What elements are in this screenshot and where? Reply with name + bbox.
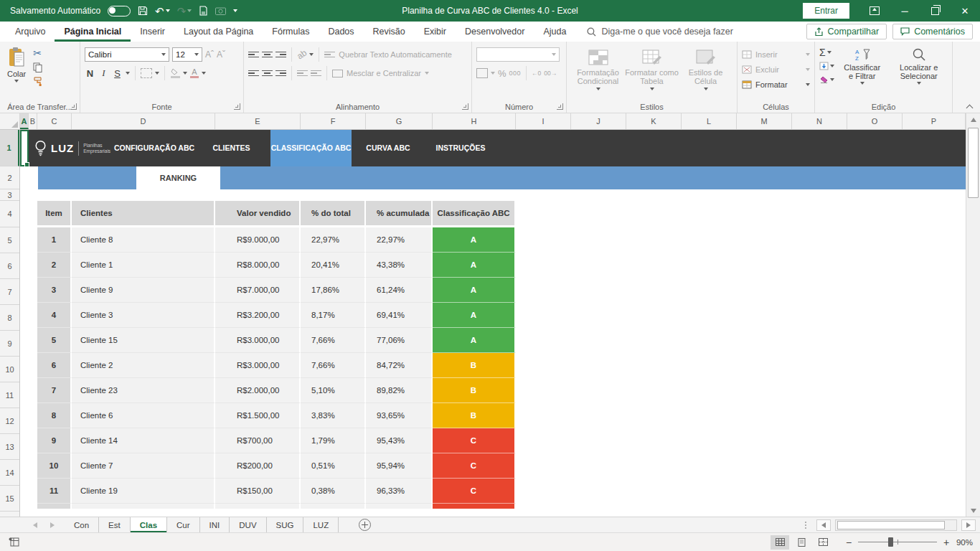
- abc-class-badge[interactable]: [433, 504, 516, 509]
- zoom-slider[interactable]: [858, 542, 937, 542]
- pct-total-cell[interactable]: 1,79%: [301, 428, 366, 453]
- font-name-combo[interactable]: Calibri: [85, 47, 169, 62]
- pct-total-cell[interactable]: 5,10%: [301, 378, 366, 403]
- underline-button[interactable]: S: [112, 68, 123, 79]
- item-cell[interactable]: 4: [37, 303, 72, 328]
- cut-icon[interactable]: ✂: [33, 47, 44, 60]
- vertical-scroll-thumb[interactable]: [968, 128, 979, 198]
- horizontal-scroll-thumb[interactable]: [837, 521, 945, 529]
- conditional-formatting-button[interactable]: Formatação Condicional: [571, 46, 625, 100]
- comments-button[interactable]: Comentários: [892, 24, 973, 39]
- row-header-5[interactable]: 5: [0, 227, 19, 253]
- pct-accum-cell[interactable]: 93,65%: [366, 403, 433, 428]
- scroll-left-icon[interactable]: [816, 519, 831, 531]
- column-header-g[interactable]: G: [366, 113, 433, 129]
- menu-tab-desenvolvedor[interactable]: Desenvolvedor: [456, 22, 534, 42]
- subtab-ranking[interactable]: RANKING: [136, 166, 220, 189]
- client-cell[interactable]: Cliente 3: [72, 303, 215, 328]
- sheet-tab-con[interactable]: Con: [65, 517, 99, 532]
- pct-accum-cell[interactable]: 96,33%: [366, 479, 433, 504]
- sheet-tab-clas[interactable]: Clas: [131, 517, 167, 532]
- row-header-8[interactable]: 8: [0, 305, 19, 331]
- sheet-tab-est[interactable]: Est: [99, 517, 131, 532]
- item-cell[interactable]: 7: [37, 378, 72, 403]
- value-cell[interactable]: R$1.500,00: [215, 403, 301, 428]
- number-format-combo[interactable]: [476, 47, 560, 62]
- item-cell[interactable]: 3: [37, 278, 72, 303]
- item-cell[interactable]: 2: [37, 253, 72, 278]
- decrease-decimal-button[interactable]: 00→: [544, 70, 557, 77]
- item-cell[interactable]: 5: [37, 328, 72, 353]
- pct-total-cell[interactable]: 17,86%: [301, 278, 366, 303]
- row-header-14[interactable]: 14: [0, 460, 19, 486]
- zoom-in-icon[interactable]: +: [943, 537, 950, 548]
- column-header-o[interactable]: O: [847, 113, 903, 129]
- pct-total-cell[interactable]: 0,51%: [301, 453, 366, 479]
- pct-accum-cell[interactable]: 69,41%: [366, 303, 433, 328]
- page-layout-view-button[interactable]: [792, 535, 811, 550]
- item-cell[interactable]: 9: [37, 428, 72, 453]
- selected-cell-a1[interactable]: [20, 130, 29, 166]
- abc-class-badge[interactable]: B: [433, 353, 516, 378]
- client-cell[interactable]: Cliente 23: [72, 378, 215, 403]
- client-cell[interactable]: Cliente 19: [72, 479, 215, 504]
- abc-class-badge[interactable]: A: [433, 227, 516, 253]
- column-header-l[interactable]: L: [682, 113, 737, 129]
- collapse-ribbon-icon[interactable]: [967, 103, 973, 109]
- save-icon[interactable]: [138, 6, 148, 16]
- menu-tab-exibir[interactable]: Exibir: [415, 22, 456, 42]
- autosum-button[interactable]: Σ: [819, 46, 834, 59]
- row-header-15[interactable]: 15: [0, 486, 19, 512]
- pct-total-cell[interactable]: 7,66%: [301, 328, 366, 353]
- abc-class-badge[interactable]: A: [433, 278, 516, 303]
- align-top-icon[interactable]: [248, 52, 259, 58]
- alignment-dialog-launcher-icon[interactable]: [462, 103, 468, 110]
- cell-styles-button[interactable]: Estilos de Célula: [679, 46, 732, 100]
- client-cell[interactable]: Cliente 14: [72, 428, 215, 453]
- value-cell[interactable]: R$3.000,00: [215, 328, 301, 353]
- scroll-down-icon[interactable]: [966, 504, 980, 517]
- underline-dropdown-icon[interactable]: [126, 72, 130, 75]
- sheet-tab-cur[interactable]: Cur: [167, 517, 200, 532]
- pct-total-cell[interactable]: 7,66%: [301, 353, 366, 378]
- row-header-2[interactable]: 2: [0, 166, 19, 189]
- nav-tab-configuracao-abc[interactable]: CONFIGURAÇÃO ABC: [108, 130, 201, 166]
- column-header-f[interactable]: F: [301, 113, 366, 129]
- row-header-6[interactable]: 6: [0, 253, 19, 279]
- abc-class-badge[interactable]: A: [433, 328, 516, 353]
- value-cell[interactable]: R$150,00: [215, 479, 301, 504]
- column-header-m[interactable]: M: [737, 113, 792, 129]
- font-size-combo[interactable]: 12: [172, 47, 202, 62]
- fill-color-icon[interactable]: [170, 68, 180, 78]
- client-cell[interactable]: Cliente 2: [72, 353, 215, 378]
- column-header-p[interactable]: P: [903, 113, 966, 129]
- value-cell[interactable]: R$200,00: [215, 453, 301, 479]
- column-header-h[interactable]: H: [433, 113, 516, 129]
- value-cell[interactable]: R$9.000,00: [215, 227, 301, 253]
- sheet-canvas[interactable]: LUZ PlanilhasEmpresariais CONFIGURAÇÃO A…: [20, 130, 966, 517]
- align-right-icon[interactable]: [275, 70, 286, 77]
- nav-tab-classificacao-abc[interactable]: CLASSIFICAÇÃO ABC: [270, 130, 352, 166]
- shrink-font-button[interactable]: Aˇ: [217, 50, 225, 60]
- close-button[interactable]: ✕: [950, 0, 980, 22]
- value-cell[interactable]: R$2.000,00: [215, 378, 301, 403]
- normal-view-button[interactable]: [771, 535, 789, 550]
- autosave-toggle[interactable]: [108, 6, 131, 17]
- pct-accum-cell[interactable]: 61,24%: [366, 278, 433, 303]
- abc-class-badge[interactable]: B: [433, 378, 516, 403]
- fill-button[interactable]: [819, 60, 834, 72]
- nav-tab-curva-abc[interactable]: CURVA ABC: [356, 130, 420, 166]
- abc-class-badge[interactable]: A: [433, 303, 516, 328]
- copy-icon[interactable]: [33, 61, 44, 74]
- client-cell[interactable]: Cliente 7: [72, 453, 215, 479]
- clipboard-dialog-launcher-icon[interactable]: [70, 103, 77, 110]
- client-cell[interactable]: Cliente 6: [72, 403, 215, 428]
- number-dialog-launcher-icon[interactable]: [557, 103, 563, 110]
- paste-button[interactable]: Colar: [4, 45, 29, 88]
- pct-accum-cell[interactable]: 95,94%: [366, 453, 433, 479]
- orientation-icon[interactable]: ab: [295, 47, 308, 61]
- format-painter-icon[interactable]: [33, 75, 44, 88]
- abc-class-badge[interactable]: C: [433, 428, 516, 453]
- row-header-7[interactable]: 7: [0, 279, 19, 305]
- print-preview-icon[interactable]: [199, 6, 208, 16]
